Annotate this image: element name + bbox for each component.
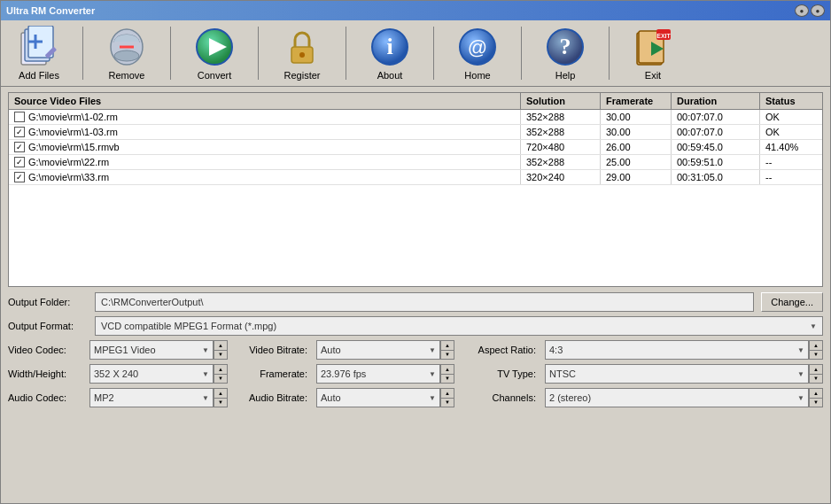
- channels-spinner[interactable]: ▲ ▼: [809, 388, 823, 407]
- audio-codec-spinner[interactable]: ▲ ▼: [214, 388, 228, 407]
- video-bitrate-spinner[interactable]: ▲ ▼: [440, 340, 454, 360]
- ac-spinner-up[interactable]: ▲: [214, 389, 227, 399]
- output-folder-input[interactable]: [95, 292, 754, 312]
- audio-codec-select[interactable]: MP2 ▼: [89, 388, 214, 407]
- add-files-icon: [18, 26, 60, 68]
- aspect-ratio-select[interactable]: 4:3 ▼: [545, 340, 809, 360]
- output-format-row: Output Format: VCD compatible MPEG1 Form…: [8, 316, 823, 336]
- file-checkbox-2[interactable]: [14, 142, 25, 152]
- spinner-down[interactable]: ▼: [214, 351, 227, 360]
- file-list-header: Source Video Files Solution Framerate Du…: [9, 93, 822, 110]
- help-icon: ?: [544, 26, 586, 68]
- change-folder-button[interactable]: Change...: [761, 292, 823, 312]
- title-bar-controls: ● ●: [795, 4, 825, 17]
- file-list-body: G:\movie\rm\1-02.rm 352×288 30.00 00:07:…: [9, 110, 822, 286]
- spinner-up[interactable]: ▲: [214, 341, 227, 351]
- file-checkbox-0[interactable]: [14, 112, 25, 122]
- width-height-label: Width/Height:: [8, 368, 81, 379]
- header-solution: Solution: [521, 93, 601, 109]
- channels-value: 2 (stereo): [549, 392, 591, 403]
- audio-bitrate-spinner[interactable]: ▲ ▼: [440, 388, 454, 407]
- table-row: G:\movie\rm\1-03.rm 352×288 30.00 00:07:…: [9, 125, 822, 140]
- width-height-spinner[interactable]: ▲ ▼: [214, 364, 228, 384]
- about-label: About: [377, 70, 403, 81]
- aspect-ratio-spinner[interactable]: ▲ ▼: [809, 340, 823, 360]
- main-window: Ultra RM Converter ● ● Add Files: [0, 0, 831, 504]
- ab-spinner-down[interactable]: ▼: [441, 399, 454, 407]
- table-row: G:\movie\rm\22.rm 352×288 25.00 00:59:51…: [9, 155, 822, 170]
- home-icon: @: [456, 26, 499, 68]
- channels-select[interactable]: 2 (stereo) ▼: [545, 388, 809, 407]
- framerate-select[interactable]: 23.976 fps ▼: [316, 364, 440, 384]
- header-framerate: Framerate: [601, 93, 672, 109]
- file-name-cell: G:\movie\rm\22.rm: [9, 155, 521, 169]
- exit-button[interactable]: EXIT Exit: [622, 24, 684, 82]
- audio-bitrate-select[interactable]: Auto ▼: [316, 388, 440, 407]
- toolbar-sep-5: [433, 27, 434, 80]
- file-status-1: OK: [760, 125, 822, 139]
- video-bitrate-select[interactable]: Auto ▼: [316, 340, 440, 360]
- output-format-select[interactable]: VCD compatible MPEG1 Format (*.mpg) ▼: [95, 316, 823, 336]
- wh-spinner-up[interactable]: ▲: [214, 365, 227, 375]
- framerate-label: Framerate:: [237, 368, 307, 379]
- vb-spinner-down[interactable]: ▼: [441, 351, 454, 360]
- add-files-label: Add Files: [19, 70, 59, 81]
- file-status-0: OK: [760, 110, 822, 124]
- register-button[interactable]: Register: [271, 24, 333, 82]
- ar-spinner-up[interactable]: ▲: [810, 341, 822, 351]
- remove-button[interactable]: Remove: [96, 24, 158, 82]
- tv-type-spinner[interactable]: ▲ ▼: [809, 364, 823, 384]
- home-button[interactable]: @ Home: [447, 24, 509, 82]
- table-row: G:\movie\rm\33.rm 320×240 29.00 00:31:05…: [9, 170, 822, 185]
- tv-type-select[interactable]: NTSC ▼: [545, 364, 809, 384]
- convert-button[interactable]: Convert: [183, 24, 245, 82]
- file-name-cell: G:\movie\rm\1-02.rm: [9, 110, 521, 124]
- file-duration-0: 00:07:07.0: [672, 110, 760, 124]
- wh-spinner-down[interactable]: ▼: [214, 375, 227, 384]
- file-duration-3: 00:59:51.0: [672, 155, 760, 169]
- about-button[interactable]: i About: [359, 24, 421, 82]
- file-checkbox-4[interactable]: [14, 172, 25, 182]
- ch-spinner-down[interactable]: ▼: [810, 399, 822, 407]
- video-codec-spinner[interactable]: ▲ ▼: [214, 340, 228, 360]
- width-height-select[interactable]: 352 X 240 ▼: [89, 364, 214, 384]
- header-source: Source Video Files: [9, 93, 521, 109]
- fr-spinner-up[interactable]: ▲: [441, 365, 454, 375]
- window-title: Ultra RM Converter: [6, 5, 95, 16]
- register-icon: [281, 26, 323, 68]
- ch-spinner-up[interactable]: ▲: [810, 389, 822, 399]
- ac-spinner-down[interactable]: ▼: [214, 399, 227, 407]
- remove-icon: [105, 26, 148, 68]
- help-button[interactable]: ? Help: [534, 24, 596, 82]
- file-list-container: Source Video Files Solution Framerate Du…: [8, 92, 823, 287]
- video-codec-select[interactable]: MPEG1 Video ▼: [89, 340, 214, 360]
- add-files-button[interactable]: Add Files: [8, 24, 70, 82]
- vb-spinner-up[interactable]: ▲: [441, 341, 454, 351]
- svg-text:@: @: [468, 36, 487, 58]
- svg-point-15: [299, 52, 305, 58]
- tv-spinner-up[interactable]: ▲: [810, 365, 822, 375]
- audio-bitrate-label: Audio Bitrate:: [237, 392, 307, 403]
- file-framerate-3: 25.00: [601, 155, 672, 169]
- video-bitrate-value: Auto: [321, 345, 341, 355]
- framerate-spinner[interactable]: ▲ ▼: [440, 364, 454, 384]
- close-button[interactable]: ●: [811, 4, 825, 17]
- file-solution-4: 320×240: [521, 170, 601, 184]
- fr-spinner-down[interactable]: ▼: [441, 375, 454, 384]
- minimize-button[interactable]: ●: [795, 4, 809, 17]
- ab-spinner-up[interactable]: ▲: [441, 389, 454, 399]
- file-solution-0: 352×288: [521, 110, 601, 124]
- file-checkbox-1[interactable]: [14, 127, 25, 137]
- video-bitrate-label: Video Bitrate:: [237, 345, 307, 355]
- audio-codec-label: Audio Codec:: [8, 392, 81, 403]
- vb-arrow: ▼: [429, 346, 436, 354]
- tv-spinner-down[interactable]: ▼: [810, 375, 822, 384]
- codec-row-3: Audio Codec: MP2 ▼ ▲ ▼ Audio Bitrate: Au…: [8, 388, 823, 407]
- codec-row-2: Width/Height: 352 X 240 ▼ ▲ ▼ Framerate:…: [8, 364, 823, 384]
- table-row: G:\movie\rm\1-02.rm 352×288 30.00 00:07:…: [9, 110, 822, 125]
- file-duration-2: 00:59:45.0: [672, 140, 760, 154]
- ar-spinner-down[interactable]: ▼: [810, 351, 822, 360]
- file-status-4: --: [760, 170, 822, 184]
- file-checkbox-3[interactable]: [14, 157, 25, 167]
- about-icon: i: [369, 26, 411, 68]
